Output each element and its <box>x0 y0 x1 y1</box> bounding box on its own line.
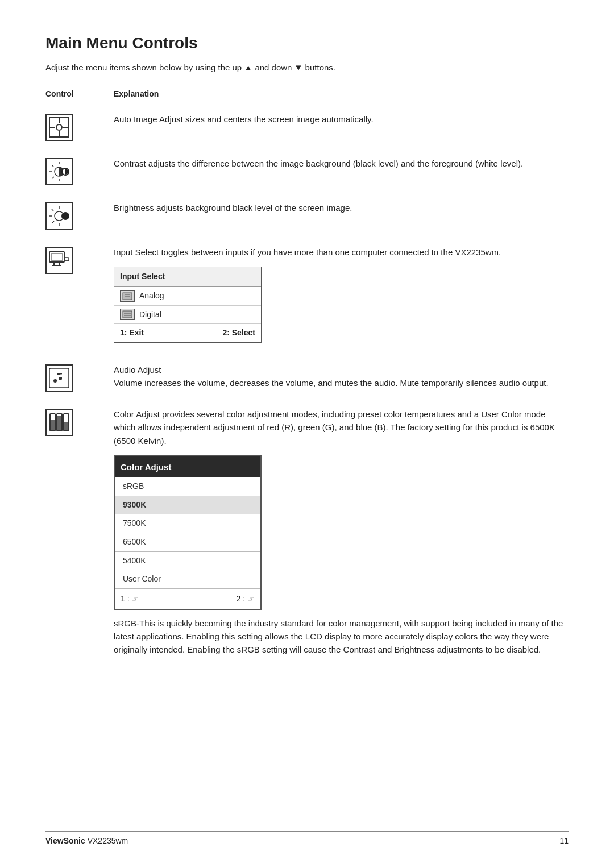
svg-rect-31 <box>123 311 132 318</box>
color-item-5400k: 5400K <box>115 552 260 571</box>
audio-adjust-icon <box>45 363 114 392</box>
color-item-7500k: 7500K <box>115 514 260 533</box>
table-header: Control Explanation <box>45 89 569 102</box>
color-adjust-icon <box>45 408 114 436</box>
input-select-digital: Digital <box>114 306 261 325</box>
svg-point-5 <box>56 124 62 130</box>
svg-rect-38 <box>51 420 55 430</box>
color-adjust-svg <box>48 412 70 433</box>
table-row: Input Select toggles between inputs if y… <box>45 235 569 353</box>
input-select-analog: Analog <box>114 287 261 306</box>
svg-line-7 <box>52 165 53 167</box>
table-row: Contrast adjusts the difference between … <box>45 147 569 191</box>
srgb-note: sRGB-This is quickly becoming the indust… <box>114 617 569 657</box>
color-footer-left: 1 : ☞ <box>121 593 139 605</box>
contrast-icon <box>45 157 114 185</box>
input-select-desc: Input Select toggles between inputs if y… <box>114 246 569 347</box>
audio-adjust-desc: Audio Adjust Volume increases the volume… <box>114 363 569 390</box>
analog-icon <box>120 290 135 302</box>
svg-line-15 <box>52 209 53 211</box>
color-item-6500k: 6500K <box>115 533 260 552</box>
svg-rect-26 <box>64 258 69 261</box>
auto-image-adjust-desc: Auto Image Adjust sizes and centers the … <box>114 113 569 126</box>
color-adjust-desc: Color Adjust provides several color adju… <box>114 408 569 657</box>
color-item-9300k: 9300K <box>115 496 260 515</box>
footer-exit: 1: Exit <box>120 327 144 339</box>
svg-rect-39 <box>57 416 61 430</box>
page-title: Main Menu Controls <box>45 34 569 52</box>
footer-brand: ViewSonic VX2235wm <box>45 836 128 845</box>
brightness-svg <box>48 205 70 227</box>
svg-line-9 <box>52 177 54 178</box>
color-adjust-menu-footer: 1 : ☞ 2 : ☞ <box>115 589 260 609</box>
footer-select: 2: Select <box>222 327 255 339</box>
table-row: Auto Image Adjust sizes and centers the … <box>45 102 569 147</box>
footer: ViewSonic VX2235wm 11 <box>45 831 569 845</box>
audio-svg <box>48 367 70 389</box>
auto-adjust-svg <box>48 117 70 138</box>
svg-line-17 <box>52 221 54 223</box>
svg-point-20 <box>61 212 69 220</box>
table-row: Brightness adjusts background black leve… <box>45 191 569 235</box>
svg-rect-22 <box>51 254 63 260</box>
input-select-svg <box>48 250 70 271</box>
brightness-icon <box>45 201 114 230</box>
color-item-user-color: User Color <box>115 570 260 589</box>
color-adjust-menu: Color Adjust sRGB 9300K 7500K 6500K 5400… <box>114 455 262 610</box>
page-number: 11 <box>559 836 569 845</box>
color-footer-right: 2 : ☞ <box>237 593 255 605</box>
table-row: Color Adjust provides several color adju… <box>45 397 569 662</box>
intro-text: Adjust the menu items shown below by usi… <box>45 63 569 72</box>
col-control-header: Control <box>45 89 114 98</box>
auto-image-adjust-icon <box>45 113 114 141</box>
digital-icon <box>120 309 135 320</box>
brand-name: ViewSonic <box>45 836 85 845</box>
col-explanation-header: Explanation <box>114 89 159 98</box>
brand-model: VX2235wm <box>88 836 128 845</box>
input-select-icon <box>45 246 114 274</box>
contrast-svg <box>48 161 70 182</box>
input-select-menu: Input Select Analog Digital 1: Exit 2: S… <box>114 267 262 343</box>
brightness-desc: Brightness adjusts background black leve… <box>114 201 569 214</box>
color-item-srgb: sRGB <box>115 477 260 496</box>
input-select-menu-title: Input Select <box>114 267 261 287</box>
contrast-desc: Contrast adjusts the difference between … <box>114 157 569 170</box>
audio-adjust-title: Audio Adjust <box>114 363 569 376</box>
svg-rect-40 <box>64 422 68 430</box>
input-select-menu-footer: 1: Exit 2: Select <box>114 324 261 342</box>
table-row: Audio Adjust Volume increases the volume… <box>45 353 569 397</box>
color-adjust-menu-title: Color Adjust <box>115 456 260 477</box>
